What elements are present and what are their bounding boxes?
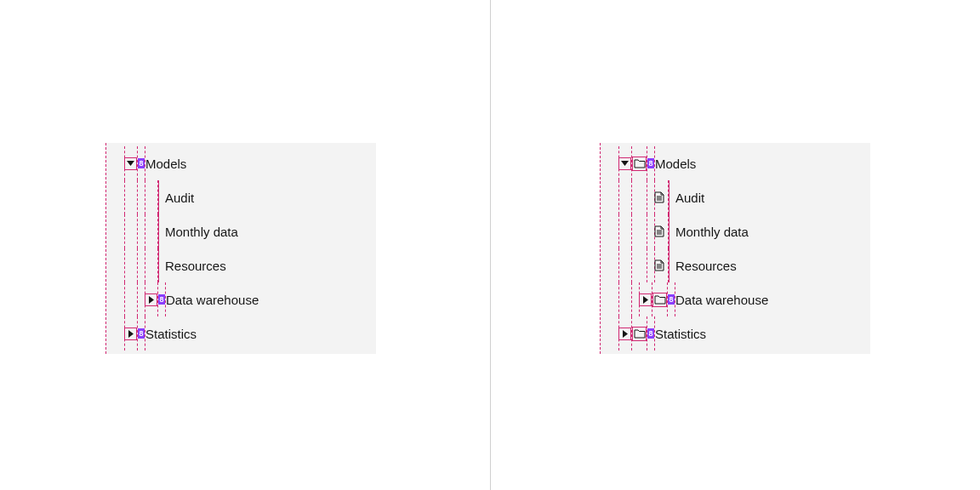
caret-right-icon[interactable]: [639, 293, 652, 306]
tree-row-monthly-data[interactable]: Monthly data: [105, 214, 376, 248]
tree-item-label: Statistics: [655, 327, 706, 341]
folder-icon: [632, 157, 647, 171]
spacing-token: 8: [647, 158, 654, 168]
tree-item-label: Resources: [675, 259, 737, 273]
document-icon: [652, 225, 666, 238]
caret-right-icon[interactable]: [618, 328, 631, 340]
tree-row-statistics[interactable]: 8 Statistics: [600, 316, 870, 350]
spacing-token: 8: [647, 328, 654, 339]
tree-item-label: Statistics: [145, 327, 197, 341]
caret-down-icon[interactable]: [124, 157, 137, 170]
tree-item-label: Resources: [165, 259, 226, 273]
tree-panel-no-icons: 8 Models Audit Monthly data Resources: [105, 143, 376, 354]
tree-item-label: Models: [655, 157, 696, 171]
tree-item-label: Monthly data: [165, 225, 238, 239]
tree-panel-with-icons: 8 Models Audit Monthly data: [600, 143, 870, 354]
folder-icon: [632, 327, 647, 341]
folder-icon: [652, 293, 667, 307]
tree-row-audit[interactable]: Audit: [600, 180, 870, 214]
tree-item-label: Data warehouse: [675, 293, 768, 307]
document-icon: [652, 259, 666, 272]
caret-right-icon[interactable]: [124, 328, 137, 340]
tree-row-data-warehouse[interactable]: 8 Data warehouse: [600, 282, 870, 316]
tree-row-statistics[interactable]: 8 Statistics: [105, 316, 376, 350]
spacing-token: 8: [668, 294, 675, 305]
tree-item-label: Monthly data: [675, 225, 749, 239]
spacing-token: 8: [138, 158, 145, 168]
document-icon: [652, 191, 666, 204]
tree-item-label: Audit: [165, 191, 194, 205]
spacing-token: 8: [158, 294, 165, 305]
tree-item-label: Models: [145, 157, 186, 171]
caret-down-icon[interactable]: [618, 157, 631, 170]
tree-row-audit[interactable]: Audit: [105, 180, 376, 214]
center-divider: [490, 0, 491, 490]
tree-row-models[interactable]: 8 Models: [105, 146, 376, 180]
tree-row-resources[interactable]: Resources: [105, 248, 376, 282]
tree-item-label: Audit: [675, 191, 704, 205]
caret-right-icon[interactable]: [145, 293, 157, 306]
tree-row-resources[interactable]: Resources: [600, 248, 870, 282]
tree-row-models[interactable]: 8 Models: [600, 146, 870, 180]
tree-item-label: Data warehouse: [166, 293, 259, 307]
tree-row-monthly-data[interactable]: Monthly data: [600, 214, 870, 248]
tree-row-data-warehouse[interactable]: 8 Data warehouse: [105, 282, 376, 316]
spacing-token: 8: [138, 328, 145, 339]
